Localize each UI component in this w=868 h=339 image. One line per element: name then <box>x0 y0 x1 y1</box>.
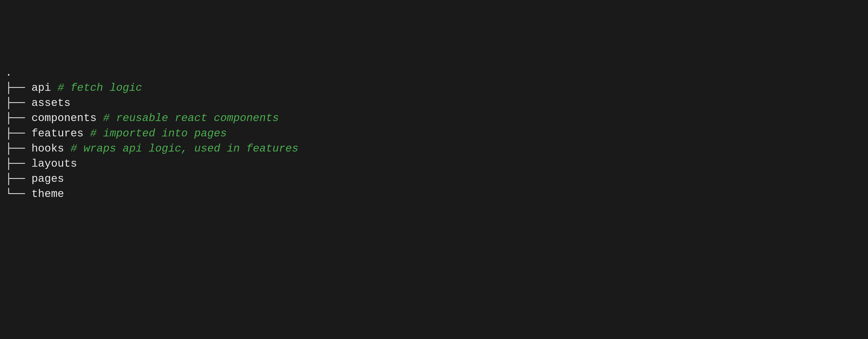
tree-entry: ├── features # imported into pages <box>5 126 863 141</box>
dir-name: api <box>31 82 51 94</box>
tree-entry: ├── pages <box>5 171 863 187</box>
tree-root-line: . <box>5 65 863 80</box>
tree-connector-icon: ├── <box>5 82 31 94</box>
tree-entry: ├── assets <box>5 96 863 111</box>
tree-connector-icon: └── <box>5 188 31 200</box>
tree-connector-icon: ├── <box>5 127 31 140</box>
tree-connector-icon: ├── <box>5 142 31 155</box>
dir-comment: # imported into pages <box>90 127 227 140</box>
tree-entry: ├── components # reusable react componen… <box>5 111 863 126</box>
tree-entry: ├── layouts <box>5 156 863 171</box>
tree-connector-icon: ├── <box>5 97 31 109</box>
tree-entry: ├── hooks # wraps api logic, used in fea… <box>5 141 863 156</box>
dir-comment: # reusable react components <box>103 112 279 124</box>
dir-name: components <box>31 112 96 124</box>
dir-comment: # fetch logic <box>57 82 142 94</box>
tree-entry: ├── api # fetch logic <box>5 80 863 96</box>
dir-name: theme <box>31 188 64 200</box>
dir-name: hooks <box>31 142 64 155</box>
dir-name: assets <box>31 97 70 109</box>
root-dot: . <box>5 67 12 79</box>
tree-connector-icon: ├── <box>5 158 31 170</box>
directory-tree: .├── api # fetch logic├── assets├── comp… <box>5 65 863 202</box>
dir-name: features <box>31 127 84 140</box>
tree-connector-icon: ├── <box>5 173 31 185</box>
dir-name: layouts <box>31 158 77 170</box>
tree-entry: └── theme <box>5 187 863 202</box>
dir-name: pages <box>31 173 64 185</box>
tree-connector-icon: ├── <box>5 112 31 124</box>
dir-comment: # wraps api logic, used in features <box>70 142 298 155</box>
